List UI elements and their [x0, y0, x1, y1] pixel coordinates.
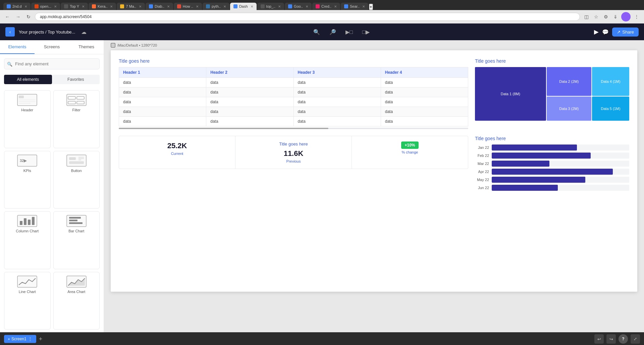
- treemap-cell-1: Data 1 (8M): [475, 67, 546, 121]
- svg-rect-14: [69, 161, 84, 164]
- svg-rect-19: [20, 221, 22, 225]
- share-button[interactable]: ↗ Share: [612, 27, 639, 37]
- bar-label-0: Jan 22: [475, 146, 489, 150]
- bar-fill-1: [492, 153, 591, 159]
- browser-tab-0[interactable]: 2nd.d✕: [3, 3, 31, 10]
- bar-chart-container: Jan 22Feb 22Mar 22Apr 22May 22Jun 22: [475, 145, 629, 191]
- sidebar: Elements Screens Themes 🔍 All elements F…: [0, 40, 104, 332]
- device-preview-button[interactable]: □▶: [360, 27, 372, 37]
- filter-all-elements[interactable]: All elements: [4, 75, 52, 84]
- browser-chrome: 2nd.d✕open...✕Top Y✕Kera..✕7 Ma..✕Diab..…: [0, 0, 644, 10]
- kpi-row: 25.2K Current Title goes here 11.6K Prev…: [119, 136, 468, 169]
- menu-button[interactable]: ⋮: [633, 13, 641, 20]
- bar-row: May 22: [475, 177, 629, 183]
- tab-elements[interactable]: Elements: [0, 40, 35, 54]
- table-cell-4-2: data: [293, 117, 381, 126]
- element-item-header[interactable]: Header: [4, 90, 51, 148]
- table-row: datadatadatadata: [119, 97, 468, 107]
- table-row: datadatadatadata: [119, 78, 468, 88]
- undo-button[interactable]: ↩: [594, 334, 604, 344]
- svg-rect-21: [28, 220, 31, 225]
- svg-rect-1: [19, 96, 24, 98]
- element-item-button[interactable]: Button: [53, 151, 100, 209]
- screen-tab-label: Screen1: [11, 337, 26, 341]
- browser-tab-9[interactable]: top_..✕: [257, 3, 284, 10]
- browser-tab-12[interactable]: Sear..✕: [341, 3, 368, 10]
- element-label-kpis: KPIs: [23, 169, 31, 173]
- new-tab-button[interactable]: +: [369, 4, 373, 10]
- search-input[interactable]: [4, 58, 100, 69]
- zoom-in-button[interactable]: 🔎: [327, 27, 338, 37]
- forward-button[interactable]: →: [14, 13, 22, 20]
- table-cell-2-0: data: [119, 97, 206, 107]
- cast-button[interactable]: ◫: [583, 13, 590, 20]
- browser-tab-1[interactable]: open...✕: [31, 3, 60, 10]
- table-cell-1-2: data: [293, 88, 381, 97]
- bar-track-4: [492, 177, 629, 183]
- scroll-indicator: [119, 128, 468, 129]
- bar-track-5: [492, 185, 629, 191]
- element-label-line-chart: Line Chart: [19, 290, 36, 294]
- canvas-area[interactable]: iMac/Default • 1280*720 Title goes here …: [104, 40, 644, 332]
- element-item-column-chart[interactable]: Column Chart: [4, 211, 51, 269]
- browser-tab-4[interactable]: 7 Ma..✕: [117, 3, 145, 10]
- treemap-cell-5: Data 5 (1M): [592, 97, 629, 121]
- data-table: Header 1 Header 2 Header 3 Header 4 data…: [119, 67, 468, 126]
- bar-row: Feb 22: [475, 153, 629, 159]
- back-button[interactable]: ←: [3, 13, 11, 20]
- table-cell-4-3: data: [381, 117, 468, 126]
- screen-tab-1[interactable]: Screen1 ⋮: [4, 335, 36, 343]
- bar-fill-4: [492, 177, 585, 183]
- browser-tab-6[interactable]: How ..✕: [174, 3, 202, 10]
- reload-button[interactable]: ↻: [25, 13, 32, 20]
- kpi-current-value: 25.2K: [124, 141, 230, 150]
- kpi-previous-value: 11.6K: [241, 149, 346, 158]
- element-item-line-chart[interactable]: Line Chart: [4, 272, 51, 330]
- comment-button[interactable]: 💬: [602, 29, 609, 35]
- tab-themes[interactable]: Themes: [69, 40, 104, 54]
- extensions-button[interactable]: ⚙: [602, 13, 610, 20]
- address-bar[interactable]: [35, 13, 580, 21]
- expand-button[interactable]: ⤢: [631, 334, 640, 344]
- table-cell-0-3: data: [381, 78, 468, 88]
- tab-screens[interactable]: Screens: [35, 40, 69, 54]
- treemap-cell-2: Data 2 (2M): [547, 67, 592, 96]
- bar-fill-0: [492, 145, 577, 151]
- filter-tabs: All elements Favorites: [4, 75, 100, 84]
- toolbar-actions: ◫ ☆ ⚙ ⇓ ⋮: [583, 12, 641, 21]
- table-row: datadatadatadata: [119, 107, 468, 117]
- browser-tab-10[interactable]: Goo..✕: [285, 3, 312, 10]
- table-cell-0-0: data: [119, 78, 206, 88]
- element-label-area-chart: Area Chart: [67, 290, 85, 294]
- add-screen-button[interactable]: +: [39, 336, 43, 343]
- redo-button[interactable]: ↪: [606, 334, 616, 344]
- screen-tab-menu-icon[interactable]: ⋮: [28, 337, 32, 341]
- bookmark-button[interactable]: ☆: [592, 13, 600, 20]
- svg-rect-25: [69, 220, 77, 221]
- browser-tab-2[interactable]: Top Y✕: [61, 3, 88, 10]
- element-item-area-chart[interactable]: Area Chart: [53, 272, 100, 330]
- preview-button[interactable]: ▶□: [343, 27, 355, 37]
- browser-tab-11[interactable]: Cred..✕: [312, 3, 340, 10]
- svg-rect-7: [77, 97, 84, 99]
- help-button[interactable]: ?: [619, 334, 628, 344]
- element-item-bar-chart[interactable]: Bar Chart: [53, 211, 100, 269]
- table-cell-2-1: data: [206, 97, 293, 107]
- back-to-projects-button[interactable]: ‹: [5, 27, 15, 37]
- table-cell-3-3: data: [381, 107, 468, 117]
- scroll-thumb: [119, 128, 328, 129]
- filter-favorites[interactable]: Favorites: [52, 75, 100, 84]
- browser-tab-5[interactable]: Diab..✕: [146, 3, 173, 10]
- element-item-kpis[interactable]: 32▶ KPIs: [4, 151, 51, 209]
- browser-tab-3[interactable]: Kera..✕: [89, 3, 116, 10]
- element-item-filter[interactable]: Filter: [53, 90, 100, 148]
- play-button[interactable]: ▶: [594, 28, 599, 36]
- browser-tab-7[interactable]: pyth..✕: [203, 3, 229, 10]
- profile-avatar[interactable]: [621, 12, 631, 21]
- browser-tab-8[interactable]: Dash✕: [230, 3, 257, 10]
- cloud-save-button[interactable]: ☁: [79, 27, 89, 37]
- treemap-widget: Title goes here Data 1 (8M) Data 2 (2M) …: [475, 58, 629, 129]
- zoom-out-button[interactable]: 🔍: [311, 27, 322, 37]
- download-button[interactable]: ⇓: [612, 13, 619, 20]
- dashboard-row-1: Title goes here Header 1 Header 2 Header…: [119, 58, 629, 129]
